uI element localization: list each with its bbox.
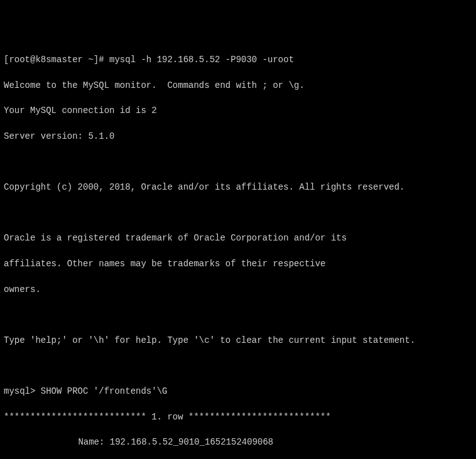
mysql-prompt-line[interactable]: mysql> SHOW PROC '/frontends'\G (4, 385, 472, 397)
row-header: *************************** 1. row *****… (4, 411, 472, 423)
blank-line (4, 207, 472, 219)
welcome-line-1: Welcome to the MySQL monitor. Commands e… (4, 79, 472, 92)
trademark-line-2: affiliates. Other names may be trademark… (4, 257, 472, 270)
welcome-line-2: Your MySQL connection id is 2 (4, 104, 472, 117)
blank-line (4, 308, 472, 321)
copyright-line: Copyright (c) 2000, 2018, Oracle and/or … (4, 181, 472, 193)
help-line: Type 'help;' or '\h' for help. Type '\c'… (4, 334, 472, 347)
blank-line (4, 156, 472, 168)
shell-prompt-line: [root@k8smaster ~]# mysql -h 192.168.5.5… (4, 53, 472, 66)
trademark-line-3: owners. (4, 283, 472, 296)
welcome-line-3: Server version: 5.1.0 (4, 130, 472, 143)
field-name: Name: 192.168.5.52_9010_1652152409068 (4, 436, 472, 448)
blank-line (4, 359, 472, 372)
trademark-line-1: Oracle is a registered trademark of Orac… (4, 232, 472, 244)
